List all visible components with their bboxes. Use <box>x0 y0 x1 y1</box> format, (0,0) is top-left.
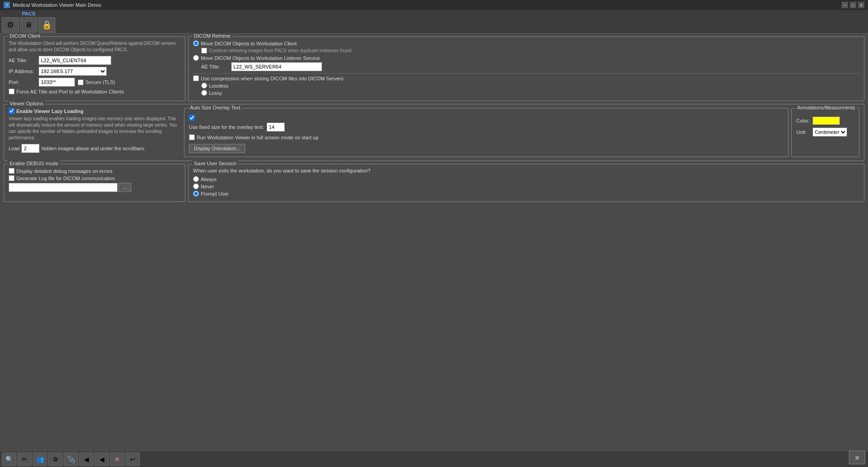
run-fullscreen-checkbox[interactable] <box>189 134 195 140</box>
continue-retrieving-row: Continue retrieving images from PACS whe… <box>193 48 859 54</box>
use-compression-label[interactable]: Use compression when storing DICOM files… <box>193 75 343 81</box>
dicom-client-title: DICOM Client <box>8 33 42 39</box>
lazy-load-description: Viewer lazy loading enables loading imag… <box>9 116 181 141</box>
load-row: Load hidden images above and under the s… <box>9 144 181 153</box>
run-fullscreen-label[interactable]: Run Workstation Viewer in full screen mo… <box>189 134 318 140</box>
continue-retrieving-checkbox[interactable] <box>201 48 207 54</box>
zoom-bottom-btn[interactable]: 🔍 <box>2 452 16 466</box>
save-session-title: Save User Session <box>192 161 238 166</box>
port-label: Port: <box>9 79 36 85</box>
auto-size-overlay-label[interactable] <box>189 115 784 121</box>
continue-retrieving-text: Continue retrieving images from PACS whe… <box>209 48 352 53</box>
bookmark-bottom-btn[interactable]: 📎 <box>64 452 78 466</box>
color-swatch[interactable] <box>813 117 840 125</box>
browse-button[interactable]: ... <box>119 183 131 192</box>
status-icon: ⊞ <box>855 455 859 460</box>
toolbar-pacs-label: PACS <box>22 11 35 16</box>
move-to-client-row: Move DICOM Objects to Workstation Client <box>193 40 859 46</box>
ip-address-select[interactable]: 192.168.5.177 <box>39 67 107 76</box>
generate-log-row: Generate Log file for DICOM communicatio… <box>9 175 180 181</box>
window-controls: ─ □ ✕ <box>842 2 864 8</box>
user-bottom-btn[interactable]: 👥 <box>33 452 47 466</box>
load-suffix: hidden images above and under the scroll… <box>41 146 145 151</box>
continue-retrieving-label[interactable]: Continue retrieving images from PACS whe… <box>201 48 352 54</box>
move-to-listener-row: Move DICOM Objects to Workstation Listen… <box>193 55 859 61</box>
close-button[interactable]: ✕ <box>858 2 864 8</box>
debug-mode-title: Enable DEBUG mode <box>8 161 60 166</box>
move-to-listener-radio[interactable] <box>193 55 199 61</box>
back-bottom-btn[interactable]: ◀ <box>79 452 94 466</box>
dicom-client-group: DICOM Client The Workstation Client will… <box>4 36 185 101</box>
prompt-user-radio[interactable] <box>193 191 199 197</box>
force-ae-title-row: Force AE Title and Port to all Workstati… <box>9 88 180 94</box>
display-debug-label[interactable]: Display detailed debug messages on error… <box>9 168 113 174</box>
always-radio[interactable] <box>193 176 199 182</box>
secure-tls-checkbox[interactable] <box>78 79 84 85</box>
always-label[interactable]: Always <box>193 176 217 182</box>
generate-log-text: Generate Log file for DICOM communicatio… <box>16 176 115 181</box>
unit-row: Unit: Centimeter Millimeter Inch <box>796 128 854 137</box>
move-to-listener-label[interactable]: Move DICOM Objects to Workstation Listen… <box>193 55 320 61</box>
dicom-retrieve-title: DICOM Retrieve <box>192 33 233 39</box>
pacs-connect-toolbar-btn[interactable]: 🖥 + <box>20 17 37 33</box>
restore-button[interactable]: □ <box>850 2 856 8</box>
use-compression-text: Use compression when storing DICOM files… <box>201 76 343 81</box>
log-file-row: ... <box>9 183 180 192</box>
lossless-row: Lossless <box>193 83 859 88</box>
bottom-toolbar: 🔍 ✏ 👥 ⚙ 📎 ◀ ◀ ✕ ↩ <box>0 451 868 467</box>
use-compression-checkbox[interactable] <box>193 75 199 81</box>
debug-mode-group: Enable DEBUG mode Display detailed debug… <box>4 164 185 202</box>
force-ae-title-checkbox[interactable] <box>9 88 15 94</box>
overlay-fixed-size-label: Use fixed size for the overlay text: <box>189 124 264 130</box>
move-to-client-text: Move DICOM Objects to Workstation Client <box>201 41 297 46</box>
lossy-text: Lossy <box>209 90 222 96</box>
port-input[interactable] <box>39 78 75 87</box>
minimize-button[interactable]: ─ <box>842 2 848 8</box>
lossless-radio[interactable] <box>201 83 207 88</box>
ip-address-label: IP Address: <box>9 69 36 74</box>
display-orientation-button[interactable]: Display Orientation... <box>189 144 245 153</box>
dicom-row: DICOM Client The Workstation Client will… <box>4 36 864 101</box>
return-bottom-btn[interactable]: ↩ <box>125 452 140 466</box>
ae-title-input[interactable] <box>39 56 111 65</box>
color-label: Color: <box>796 118 810 123</box>
edit-bottom-btn[interactable]: ✏ <box>17 452 32 466</box>
viewer-lazy-loading-panel: Enable Viewer Lazy Loading Viewer lazy l… <box>9 108 181 157</box>
overlay-size-input[interactable] <box>267 123 285 132</box>
load-input[interactable] <box>21 144 40 153</box>
save-session-group: Save User Session When user exits the wo… <box>188 164 864 202</box>
config-bottom-btn[interactable]: ⚙ <box>48 452 63 466</box>
display-debug-checkbox[interactable] <box>9 168 15 174</box>
never-label[interactable]: Never <box>193 183 214 189</box>
port-row: Port: Secure (TLS) <box>9 78 180 87</box>
auto-size-overlay-title: Auto Size Overlay Text <box>188 105 242 110</box>
generate-log-checkbox[interactable] <box>9 175 15 181</box>
lossy-radio[interactable] <box>201 90 207 96</box>
move-to-client-radio[interactable] <box>193 40 199 46</box>
lossy-label[interactable]: Lossy <box>201 90 222 96</box>
lossless-label[interactable]: Lossless <box>201 83 228 88</box>
never-radio[interactable] <box>193 183 199 189</box>
enable-lazy-loading-text: Enable Viewer Lazy Loading <box>16 108 84 114</box>
auto-size-overlay-checkbox[interactable] <box>189 115 195 121</box>
listener-ae-title-input[interactable] <box>231 62 322 71</box>
move-to-client-label[interactable]: Move DICOM Objects to Workstation Client <box>193 40 297 46</box>
generate-log-label[interactable]: Generate Log file for DICOM communicatio… <box>9 175 115 181</box>
settings-toolbar-btn[interactable]: ⚙ <box>2 17 19 33</box>
prompt-user-label[interactable]: Prompt User <box>193 191 229 197</box>
lock-toolbar-btn[interactable]: 🔒 <box>38 17 55 33</box>
prev-bottom-btn[interactable]: ◀ <box>94 452 109 466</box>
force-ae-title-label[interactable]: Force AE Title and Port to all Workstati… <box>9 88 124 94</box>
ip-address-row: IP Address: 192.168.5.177 <box>9 67 180 76</box>
log-file-input[interactable] <box>9 183 118 192</box>
secure-tls-text: Secure (TLS) <box>85 79 115 85</box>
unit-select[interactable]: Centimeter Millimeter Inch <box>813 128 847 137</box>
annotations-group: Annotations/Measurments Color: Unit: Cen… <box>791 108 859 157</box>
enable-lazy-loading-label[interactable]: Enable Viewer Lazy Loading <box>9 108 84 114</box>
enable-lazy-loading-checkbox[interactable] <box>9 108 15 114</box>
x-bottom-btn[interactable]: ✕ <box>110 452 124 466</box>
secure-tls-label[interactable]: Secure (TLS) <box>78 79 115 85</box>
load-label: Load <box>9 146 20 151</box>
color-row: Color: <box>796 117 854 125</box>
save-session-description: When user exits the workstation, do you … <box>193 168 859 173</box>
